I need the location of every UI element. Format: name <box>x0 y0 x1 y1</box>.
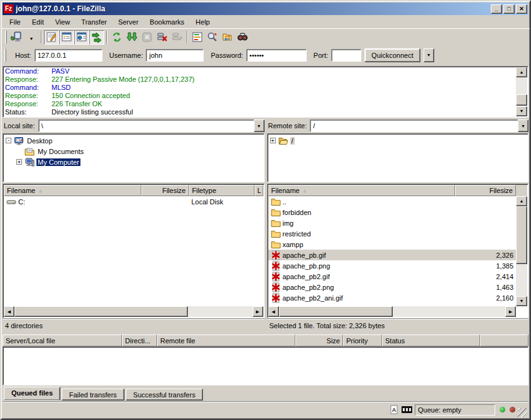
remote-file-row[interactable]: apache_pb.png1,385 <box>268 260 517 271</box>
toggle-remote-tree-button[interactable] <box>74 30 89 45</box>
local-hscroll-thumb[interactable] <box>14 306 188 317</box>
tree-expander-icon[interactable]: + <box>270 138 276 143</box>
remote-file-row[interactable]: apache_pb.gif2,326 <box>268 250 517 260</box>
local-tree-item[interactable]: -Desktop <box>4 135 263 146</box>
process-queue-button[interactable] <box>124 30 140 45</box>
menu-item-view[interactable]: View <box>50 17 76 27</box>
queue-column-header[interactable]: Directi... <box>122 334 157 346</box>
menu-item-server[interactable]: Server <box>112 17 144 27</box>
remote-file-row[interactable]: apache_pb2_ani.gif2,160 <box>268 292 517 303</box>
local-file-row[interactable]: C:Local Disk <box>4 196 263 207</box>
toggle-local-tree-button[interactable] <box>59 30 74 45</box>
remote-hscroll-thumb[interactable] <box>279 306 393 317</box>
minimize-button[interactable]: _ <box>491 4 502 14</box>
local-tree-item[interactable]: My Documents <box>4 146 263 157</box>
remote-file-row[interactable]: .. <box>268 196 517 207</box>
remote-scroll-thumb[interactable] <box>516 206 527 264</box>
scroll-left-icon[interactable]: ◀ <box>268 306 279 317</box>
host-input[interactable] <box>35 49 102 62</box>
log-scroll-thumb[interactable] <box>516 94 527 106</box>
menu-item-edit[interactable]: Edit <box>26 17 50 27</box>
local-column-header[interactable]: Filesize <box>141 185 189 196</box>
tab-failed-transfers[interactable]: Failed transfers <box>62 389 124 401</box>
close-button[interactable]: ✕ <box>516 4 527 14</box>
synchronized-browsing-button[interactable] <box>235 30 250 45</box>
scroll-right-icon[interactable]: ▶ <box>505 306 516 317</box>
local-tree-item[interactable]: +My Computer <box>4 157 263 167</box>
column-header-label: Filename <box>271 187 300 194</box>
drive-icon <box>6 197 16 207</box>
scroll-left-icon[interactable]: ◀ <box>4 306 14 317</box>
folder-open-icon <box>278 136 288 146</box>
resize-grip[interactable] <box>518 408 527 417</box>
remote-column-header[interactable]: Filesize <box>455 185 516 196</box>
tab-successful-transfers[interactable]: Successful transfers <box>126 389 203 401</box>
message-log: Command:PASVResponse:227 Entering Passiv… <box>3 67 528 117</box>
quickconnect-dropdown-button[interactable]: ▼ <box>424 48 434 62</box>
remote-horizontal-scrollbar[interactable]: ◀ ▶ <box>268 306 517 317</box>
queue-column-header[interactable]: Status <box>382 334 480 346</box>
scroll-right-icon[interactable]: ▶ <box>253 306 263 317</box>
remote-tree-item[interactable]: +/ <box>269 135 527 146</box>
queue-view-icon <box>91 31 102 43</box>
local-column-header[interactable]: Filetype <box>189 185 255 196</box>
remote-file-row[interactable]: forbidden <box>268 207 517 218</box>
queue-column-header[interactable]: Remote file <box>157 334 295 346</box>
scroll-down-icon[interactable]: ▼ <box>516 106 527 116</box>
reconnect-button[interactable] <box>170 30 185 45</box>
remote-vertical-scrollbar[interactable]: ▲ ▼ <box>516 196 527 306</box>
menu-item-bookmarks[interactable]: Bookmarks <box>144 17 190 27</box>
local-column-header[interactable]: Filename▵ <box>4 185 141 196</box>
file-search-button[interactable] <box>205 30 220 45</box>
toggle-message-log-button[interactable] <box>44 30 59 45</box>
remote-file-row[interactable]: apache_pb2.gif2,414 <box>268 271 517 282</box>
queue-status-pane: Queue: empty <box>415 404 495 416</box>
local-site-input[interactable] <box>38 119 254 132</box>
file-cell: 1,385 <box>455 262 516 270</box>
site-manager-button[interactable] <box>9 30 24 45</box>
tree-expander-icon[interactable]: - <box>6 138 11 143</box>
menu-item-file[interactable]: File <box>4 17 26 27</box>
remote-file-row[interactable]: apache_pb2.png1,463 <box>268 282 517 292</box>
remote-column-header[interactable]: Filename▵ <box>268 185 456 196</box>
remote-site-input[interactable] <box>310 119 518 132</box>
local-horizontal-scrollbar[interactable]: ◀ ▶ <box>4 306 263 317</box>
log-vertical-scrollbar[interactable]: ▲ ▼ <box>516 67 527 116</box>
queue-column-header[interactable]: Priority <box>343 334 382 346</box>
local-column-header[interactable]: L <box>255 185 263 196</box>
refresh-icon <box>111 31 123 43</box>
directory-comparison-icon <box>222 31 233 43</box>
menu-item-help[interactable]: Help <box>190 17 216 27</box>
filename-cell: apache_pb2.png <box>268 282 456 292</box>
scroll-down-icon[interactable]: ▼ <box>516 296 527 306</box>
queue-column-header[interactable] <box>480 334 528 346</box>
log-line-label: Status: <box>5 108 52 116</box>
remote-site-dropdown-button[interactable]: ▼ <box>518 119 528 132</box>
refresh-button[interactable] <box>109 30 124 45</box>
quickconnect-button[interactable]: Quickconnect <box>364 48 420 62</box>
remote-file-row[interactable]: img <box>268 218 517 228</box>
port-input[interactable] <box>331 49 361 62</box>
directory-comparison-button[interactable] <box>220 30 235 45</box>
scroll-up-icon[interactable]: ▲ <box>516 67 527 77</box>
site-manager-dropdown-button[interactable]: ▼ <box>24 30 39 45</box>
disconnect-button[interactable] <box>155 30 170 45</box>
queue-column-header[interactable]: Server/Local file <box>3 334 122 346</box>
password-input[interactable] <box>246 49 307 62</box>
filter-button[interactable] <box>190 30 205 45</box>
queue-header: Server/Local fileDirecti...Remote fileSi… <box>3 334 528 346</box>
remote-list-header: Filename▵Filesize <box>268 185 528 196</box>
remote-file-row[interactable]: restricted <box>268 228 517 239</box>
cancel-operation-button[interactable] <box>140 30 155 45</box>
remote-file-row[interactable]: xampp <box>268 239 517 250</box>
toggle-queue-button[interactable] <box>89 30 104 45</box>
menu-item-transfer[interactable]: Transfer <box>75 17 112 27</box>
maximize-button[interactable]: □ <box>503 4 515 14</box>
tab-queued-files[interactable]: Queued files <box>4 387 60 401</box>
queue-column-header[interactable]: Size <box>295 334 343 346</box>
titlebar[interactable]: Fz john@127.0.0.1 - FileZilla _ □ ✕ <box>3 3 528 15</box>
username-input[interactable] <box>146 49 204 62</box>
scroll-up-icon[interactable]: ▲ <box>516 196 527 206</box>
tree-expander-icon[interactable]: + <box>16 159 22 165</box>
local-site-dropdown-button[interactable]: ▼ <box>254 119 265 132</box>
